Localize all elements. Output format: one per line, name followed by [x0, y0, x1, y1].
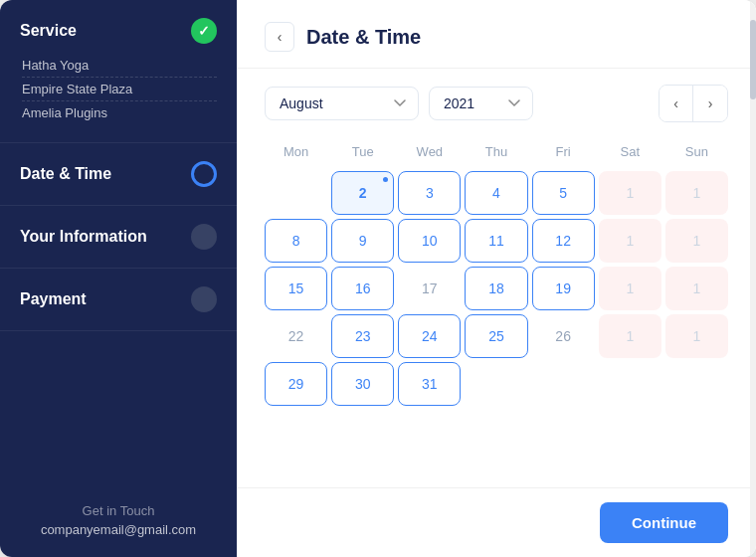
- day-cell[interactable]: 11: [465, 219, 527, 263]
- scrollbar-track[interactable]: [750, 0, 756, 557]
- sidebar: Service ✓ Hatha YogaEmpire State PlazaAm…: [0, 0, 237, 557]
- day-cell[interactable]: 5: [532, 171, 595, 215]
- day-cell: 26: [532, 314, 595, 358]
- weekday-wed: Wed: [398, 138, 461, 165]
- day-cell[interactable]: 30: [331, 362, 394, 406]
- day-cell: [665, 362, 728, 406]
- calendar-grid: MonTueWedThuFriSatSun 234511891011121115…: [237, 130, 756, 487]
- day-cell[interactable]: 31: [398, 362, 461, 406]
- weekday-sun: Sun: [665, 138, 728, 165]
- next-month-icon: ›: [708, 95, 713, 111]
- day-cell: 1: [599, 171, 662, 215]
- step-title: Your Information: [20, 228, 147, 246]
- day-cell[interactable]: 15: [265, 267, 327, 310]
- year-select[interactable]: 202020212022: [429, 87, 533, 120]
- step-header: Payment: [20, 286, 217, 312]
- weekday-tue: Tue: [331, 138, 394, 165]
- step-title: Payment: [20, 290, 87, 308]
- day-cell: [465, 362, 527, 406]
- weekday-thu: Thu: [465, 138, 527, 165]
- step-inactive-icon: [191, 224, 217, 250]
- step-title: Service: [20, 22, 77, 40]
- day-cell: 1: [665, 171, 728, 215]
- weekday-headers: MonTueWedThuFriSatSun: [265, 138, 728, 165]
- sidebar-sub-item: Empire State Plaza: [22, 78, 217, 101]
- day-cell[interactable]: 29: [265, 362, 327, 406]
- step-inactive-icon: [191, 286, 217, 312]
- day-cell[interactable]: 3: [398, 171, 461, 215]
- day-cell[interactable]: 18: [465, 267, 527, 310]
- step-active-icon: [191, 161, 217, 187]
- day-cell[interactable]: 8: [265, 219, 327, 263]
- day-cell: 1: [665, 267, 728, 310]
- calendar-title: Date & Time: [306, 26, 421, 49]
- day-cell[interactable]: 9: [331, 219, 394, 263]
- day-cell: 17: [398, 267, 461, 310]
- sidebar-step-datetime[interactable]: Date & Time: [0, 143, 237, 206]
- prev-month-button[interactable]: ‹: [660, 86, 693, 121]
- day-cell[interactable]: 10: [398, 219, 461, 263]
- day-cell: [599, 362, 662, 406]
- day-cell[interactable]: 4: [465, 171, 527, 215]
- day-cell: [532, 362, 595, 406]
- step-header: Service ✓: [20, 18, 217, 44]
- weekday-sat: Sat: [599, 138, 662, 165]
- contact-email: companyemail@gmail.com: [20, 522, 217, 537]
- step-title: Date & Time: [20, 165, 111, 183]
- day-cell: 1: [599, 314, 662, 358]
- calendar-days: 2345118910111211151617181911222324252611…: [265, 171, 728, 406]
- day-cell: [265, 171, 327, 215]
- step-complete-icon: ✓: [191, 18, 217, 44]
- prev-month-icon: ‹: [673, 95, 678, 111]
- sidebar-sub-item: Hatha Yoga: [22, 54, 217, 78]
- day-cell[interactable]: 16: [331, 267, 394, 310]
- day-cell[interactable]: 2: [331, 171, 394, 215]
- sidebar-footer: Get in Touch companyemail@gmail.com: [0, 483, 237, 557]
- main-footer: Continue: [237, 487, 756, 557]
- day-cell: 1: [599, 219, 662, 263]
- sidebar-sub-item: Amelia Plugins: [22, 101, 217, 124]
- month-select[interactable]: JanuaryFebruaryMarchAprilMayJuneJulyAugu…: [265, 87, 419, 120]
- day-cell[interactable]: 25: [465, 314, 527, 358]
- back-icon: ‹: [278, 29, 283, 45]
- continue-button[interactable]: Continue: [600, 502, 728, 543]
- calendar-header: ‹ Date & Time: [237, 0, 756, 69]
- get-in-touch-label: Get in Touch: [20, 503, 217, 518]
- back-button[interactable]: ‹: [265, 22, 294, 52]
- weekday-fri: Fri: [532, 138, 595, 165]
- next-month-button[interactable]: ›: [693, 86, 727, 121]
- day-cell[interactable]: 24: [398, 314, 461, 358]
- step-header: Your Information: [20, 224, 217, 250]
- today-dot: [383, 177, 388, 182]
- day-cell[interactable]: 19: [532, 267, 595, 310]
- sidebar-sub-items: Hatha YogaEmpire State PlazaAmelia Plugi…: [20, 54, 217, 124]
- main-content: ‹ Date & Time JanuaryFebruaryMarchAprilM…: [237, 0, 756, 557]
- day-cell[interactable]: 12: [532, 219, 595, 263]
- sidebar-step-service[interactable]: Service ✓ Hatha YogaEmpire State PlazaAm…: [0, 0, 237, 143]
- nav-buttons: ‹ ›: [659, 85, 728, 122]
- day-cell: 1: [665, 314, 728, 358]
- sidebar-step-payment[interactable]: Payment: [0, 269, 237, 331]
- calendar-controls: JanuaryFebruaryMarchAprilMayJuneJulyAugu…: [237, 69, 756, 130]
- day-cell[interactable]: 23: [331, 314, 394, 358]
- weekday-mon: Mon: [265, 138, 327, 165]
- day-cell: 22: [265, 314, 327, 358]
- step-header: Date & Time: [20, 161, 217, 187]
- sidebar-step-your-info[interactable]: Your Information: [0, 206, 237, 269]
- day-cell: 1: [665, 219, 728, 263]
- day-cell: 1: [599, 267, 662, 310]
- scrollbar-thumb[interactable]: [750, 20, 756, 99]
